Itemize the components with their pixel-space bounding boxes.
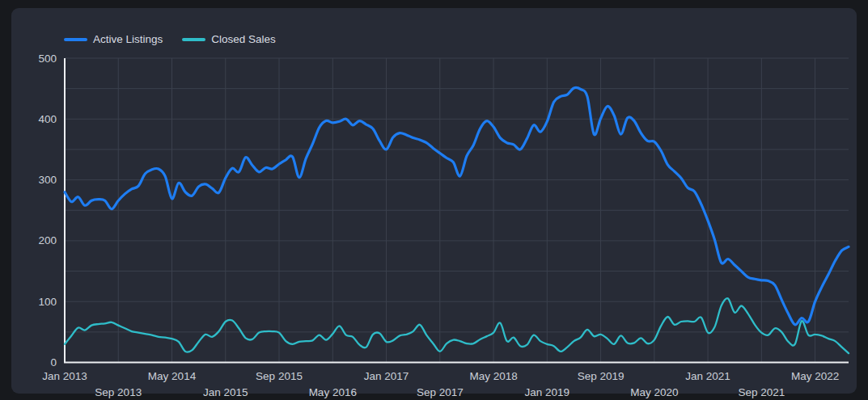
x-tick-label: Jan 2021	[685, 370, 730, 382]
chart-card: Active Listings Closed Sales 01002003004…	[11, 8, 857, 394]
line-chart-plot-area[interactable]: 0100200300400500Jan 2013Sep 2013May 2014…	[11, 8, 868, 400]
x-tick-label: Sep 2013	[95, 386, 142, 398]
x-tick-label: Jan 2015	[203, 386, 248, 398]
y-tick-label: 400	[38, 113, 57, 125]
x-tick-label: Jan 2019	[525, 386, 570, 398]
x-tick-label: May 2020	[630, 386, 678, 398]
x-tick-label: Sep 2019	[578, 370, 625, 382]
x-tick-label: Sep 2015	[256, 370, 303, 382]
series-line-closed-sales[interactable]	[65, 298, 849, 353]
y-tick-label: 200	[38, 234, 57, 246]
x-tick-label: Jan 2013	[42, 370, 87, 382]
x-tick-label: Sep 2017	[417, 386, 464, 398]
x-tick-label: Jan 2017	[364, 370, 409, 382]
x-tick-label: May 2016	[309, 386, 357, 398]
y-tick-label: 0	[50, 356, 57, 368]
y-tick-label: 500	[38, 53, 57, 65]
x-tick-label: May 2014	[148, 370, 197, 382]
x-tick-label: May 2018	[469, 370, 517, 382]
y-tick-label: 300	[38, 174, 57, 186]
page: { "theme": { "page_bg": "#17191d", "card…	[0, 0, 868, 400]
x-tick-label: Sep 2021	[738, 386, 785, 398]
y-tick-label: 100	[38, 296, 57, 308]
series-line-active-listings[interactable]	[65, 87, 849, 324]
x-tick-label: May 2022	[791, 370, 839, 382]
